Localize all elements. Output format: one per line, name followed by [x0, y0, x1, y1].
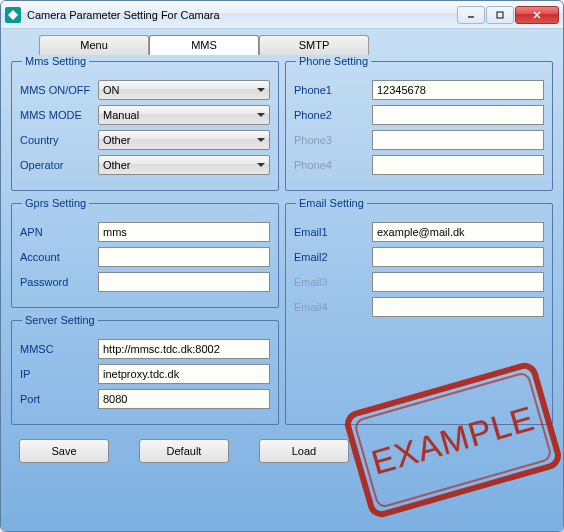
mmsc-label: MMSC: [20, 343, 98, 355]
chevron-down-icon: [257, 138, 265, 142]
email-setting-group: Email Setting Email1 example@mail.dk Ema…: [285, 197, 553, 425]
app-icon: [5, 7, 21, 23]
country-value: Other: [103, 134, 131, 146]
bottom-button-bar: Save Default Load: [19, 439, 553, 463]
titlebar: Camera Parameter Setting For Camara: [1, 1, 563, 29]
phone3-input[interactable]: [372, 130, 544, 150]
tab-menu[interactable]: Menu: [39, 35, 149, 55]
save-button[interactable]: Save: [19, 439, 109, 463]
country-dropdown[interactable]: Other: [98, 130, 270, 150]
load-button[interactable]: Load: [259, 439, 349, 463]
chevron-down-icon: [257, 113, 265, 117]
email1-label: Email1: [294, 226, 372, 238]
account-label: Account: [20, 251, 98, 263]
phone3-label: Phone3: [294, 134, 372, 146]
email4-label: Email4: [294, 301, 372, 313]
port-label: Port: [20, 393, 98, 405]
phone4-label: Phone4: [294, 159, 372, 171]
server-setting-group: Server Setting MMSC http://mmsc.tdc.dk:8…: [11, 314, 279, 425]
apn-input[interactable]: mms: [98, 222, 270, 242]
email2-input[interactable]: [372, 247, 544, 267]
operator-dropdown[interactable]: Other: [98, 155, 270, 175]
maximize-button[interactable]: [486, 6, 514, 24]
apn-label: APN: [20, 226, 98, 238]
tab-strip: Menu MMS SMTP: [39, 35, 553, 55]
window-title: Camera Parameter Setting For Camara: [27, 9, 457, 21]
phone2-label: Phone2: [294, 109, 372, 121]
email3-label: Email3: [294, 276, 372, 288]
mms-mode-value: Manual: [103, 109, 139, 121]
chevron-down-icon: [257, 88, 265, 92]
port-input[interactable]: 8080: [98, 389, 270, 409]
mmsc-input[interactable]: http://mmsc.tdc.dk:8002: [98, 339, 270, 359]
email3-input[interactable]: [372, 272, 544, 292]
app-window: Camera Parameter Setting For Camara Menu…: [0, 0, 564, 532]
phone2-input[interactable]: [372, 105, 544, 125]
gprs-setting-legend: Gprs Setting: [22, 197, 89, 209]
email-setting-legend: Email Setting: [296, 197, 367, 209]
default-button[interactable]: Default: [139, 439, 229, 463]
phone-setting-legend: Phone Setting: [296, 55, 371, 67]
tab-mms[interactable]: MMS: [149, 35, 259, 55]
password-label: Password: [20, 276, 98, 288]
ip-label: IP: [20, 368, 98, 380]
gprs-setting-group: Gprs Setting APN mms Account Password: [11, 197, 279, 308]
mms-onoff-dropdown[interactable]: ON: [98, 80, 270, 100]
mms-onoff-label: MMS ON/OFF: [20, 84, 98, 96]
mms-mode-dropdown[interactable]: Manual: [98, 105, 270, 125]
mms-onoff-value: ON: [103, 84, 120, 96]
client-area: Menu MMS SMTP Mms Setting MMS ON/OFF ON: [1, 29, 563, 531]
chevron-down-icon: [257, 163, 265, 167]
account-input[interactable]: [98, 247, 270, 267]
email2-label: Email2: [294, 251, 372, 263]
close-button[interactable]: [515, 6, 559, 24]
left-column: Mms Setting MMS ON/OFF ON MMS MODE Manu: [11, 55, 279, 425]
operator-label: Operator: [20, 159, 98, 171]
email1-input[interactable]: example@mail.dk: [372, 222, 544, 242]
email4-input[interactable]: [372, 297, 544, 317]
phone1-label: Phone1: [294, 84, 372, 96]
country-label: Country: [20, 134, 98, 146]
mms-setting-group: Mms Setting MMS ON/OFF ON MMS MODE Manu: [11, 55, 279, 191]
window-controls: [457, 6, 559, 24]
password-input[interactable]: [98, 272, 270, 292]
minimize-button[interactable]: [457, 6, 485, 24]
right-column: Phone Setting Phone1 12345678 Phone2 Pho…: [285, 55, 553, 425]
operator-value: Other: [103, 159, 131, 171]
mms-setting-legend: Mms Setting: [22, 55, 89, 67]
phone1-input[interactable]: 12345678: [372, 80, 544, 100]
svg-rect-1: [497, 12, 503, 18]
mms-mode-label: MMS MODE: [20, 109, 98, 121]
phone4-input[interactable]: [372, 155, 544, 175]
ip-input[interactable]: inetproxy.tdc.dk: [98, 364, 270, 384]
server-setting-legend: Server Setting: [22, 314, 98, 326]
tab-smtp[interactable]: SMTP: [259, 35, 369, 55]
phone-setting-group: Phone Setting Phone1 12345678 Phone2 Pho…: [285, 55, 553, 191]
